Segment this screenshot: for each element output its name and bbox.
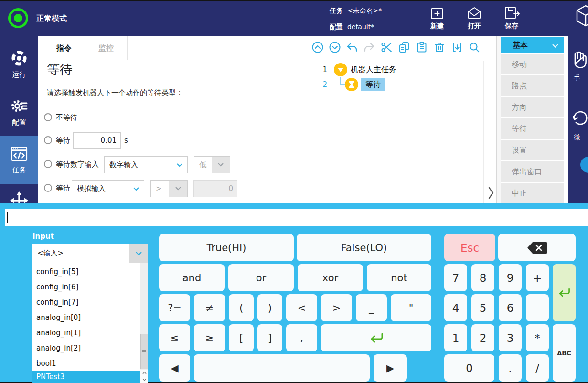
scroll-down-button[interactable] [140, 376, 148, 383]
list-item[interactable]: config_in[7] [32, 295, 140, 310]
key-greater-than[interactable]: > [321, 294, 352, 321]
search-icon[interactable] [468, 41, 481, 53]
command-item-waypoint[interactable]: 路点 [501, 75, 564, 96]
key-0[interactable]: 0 [444, 354, 494, 382]
key-enter[interactable] [553, 264, 576, 321]
analog-input-dropdown[interactable]: 模拟输入 [72, 180, 144, 197]
key-not-equal[interactable]: ≠ [194, 294, 225, 321]
radio-wait-analog[interactable] [44, 184, 52, 192]
key-cursor-left[interactable]: ◀ [159, 354, 190, 382]
key-left-bracket[interactable]: [ [229, 324, 254, 351]
key-space[interactable] [194, 354, 370, 382]
rotate-icon[interactable] [571, 109, 588, 128]
key-less-than[interactable]: < [286, 294, 317, 321]
key-not[interactable]: not [367, 264, 431, 291]
digital-level-dropdown[interactable]: 低 [194, 156, 230, 173]
key-xor[interactable]: xor [298, 264, 363, 291]
undo-icon[interactable] [346, 41, 358, 53]
open-button[interactable]: 打开 [459, 5, 490, 34]
digital-input-dropdown[interactable]: 数字输入 [104, 156, 188, 173]
blue-circle-icon[interactable] [580, 157, 588, 173]
save-button[interactable]: 保存 [496, 5, 527, 34]
key-1[interactable]: 1 [444, 324, 467, 351]
list-item[interactable]: config_in[6] [32, 279, 140, 295]
key-backspace[interactable] [498, 234, 576, 261]
sidebar-item-config[interactable]: 配置 [0, 88, 38, 136]
key-true-hi[interactable]: True(HI) [159, 234, 294, 261]
expand-down-icon[interactable] [329, 41, 341, 53]
input-select-dropdown[interactable]: <输入> [32, 244, 148, 263]
command-item-popup[interactable]: 弹出窗口 [501, 161, 564, 182]
command-category-dropdown[interactable]: 基本 [501, 37, 564, 53]
wait-hourglass-icon[interactable] [345, 78, 358, 91]
key-left-paren[interactable]: ( [229, 294, 254, 321]
tree-scrollbar[interactable] [483, 61, 484, 203]
key-return[interactable] [321, 324, 431, 351]
key-underscore[interactable]: _ [356, 294, 387, 321]
list-scrollbar[interactable] [140, 263, 148, 383]
expression-input[interactable] [5, 209, 588, 226]
key-3[interactable]: 3 [499, 324, 522, 351]
list-item[interactable]: analog_in[1] [32, 325, 140, 340]
sidebar-item-task[interactable]: 任务 [0, 136, 38, 184]
key-4[interactable]: 4 [444, 294, 467, 321]
cut-icon[interactable] [380, 41, 393, 53]
hand-icon[interactable] [571, 50, 588, 70]
analog-operator-dropdown[interactable]: > [150, 180, 188, 197]
key-greater-equal[interactable]: ≥ [194, 324, 225, 351]
key-7[interactable]: 7 [444, 264, 467, 291]
key-cursor-right[interactable]: ▶ [374, 354, 407, 382]
key-maybe-equals[interactable]: ?= [159, 294, 190, 321]
key-5[interactable]: 5 [471, 294, 494, 321]
key-quote[interactable]: " [391, 294, 431, 321]
list-item[interactable]: analog_in[0] [32, 310, 140, 325]
key-8[interactable]: 8 [471, 264, 494, 291]
delete-icon[interactable] [433, 41, 446, 53]
copy-icon[interactable] [398, 41, 410, 53]
command-item-direction[interactable]: 方向 [501, 97, 564, 117]
key-abc-mode[interactable]: ABC [553, 324, 576, 382]
tab-instruction[interactable]: 指令 [43, 36, 85, 60]
key-less-equal[interactable]: ≤ [159, 324, 190, 351]
tree-row-wait-selected[interactable]: 等待 [361, 78, 385, 91]
expand-panel-chevron-icon[interactable] [487, 186, 495, 200]
wait-seconds-input[interactable]: 0.01 [73, 132, 121, 149]
redo-icon[interactable] [363, 41, 375, 53]
list-item[interactable]: analog_in[2] [32, 340, 140, 356]
key-right-paren[interactable]: ) [257, 294, 282, 321]
key-comma[interactable]: , [286, 324, 317, 351]
list-item-selected[interactable]: PNTest3 [32, 371, 148, 383]
key-dot[interactable]: . [499, 354, 522, 382]
scrollbar-thumb[interactable] [140, 334, 148, 369]
cube-icon[interactable] [575, 4, 588, 28]
command-item-set[interactable]: 设置 [501, 140, 564, 160]
radio-wait-time[interactable] [44, 136, 52, 144]
key-2[interactable]: 2 [471, 324, 494, 351]
key-minus[interactable]: - [526, 294, 549, 321]
key-plus[interactable]: + [526, 264, 549, 291]
list-item[interactable]: bool1 [32, 356, 140, 371]
list-item[interactable]: config_in[5] [32, 264, 140, 279]
command-item-wait[interactable]: 等待 [501, 118, 564, 139]
radio-wait-digital[interactable] [44, 160, 52, 168]
command-item-move[interactable]: 移动 [501, 54, 564, 74]
paste-icon[interactable] [416, 41, 428, 53]
collapse-toggle-icon[interactable] [334, 63, 347, 76]
sidebar-item-run[interactable]: 运行 [0, 41, 38, 88]
key-slash[interactable]: / [526, 354, 549, 382]
key-and[interactable]: and [159, 264, 225, 291]
analog-value-input[interactable]: 0 [193, 180, 237, 197]
command-item-abort[interactable]: 中止 [501, 183, 564, 203]
collapse-up-icon[interactable] [311, 41, 324, 53]
tree-row-main-task[interactable]: 机器人主任务 [351, 63, 396, 76]
key-or[interactable]: or [228, 264, 294, 291]
radio-no-wait[interactable] [44, 113, 52, 121]
key-esc[interactable]: Esc [444, 234, 495, 261]
key-right-bracket[interactable]: ] [257, 324, 282, 351]
tab-monitor[interactable]: 监控 [85, 36, 128, 60]
key-9[interactable]: 9 [499, 264, 522, 291]
key-false-lo[interactable]: False(LO) [297, 234, 431, 261]
insert-icon[interactable] [451, 41, 463, 53]
key-star[interactable]: * [526, 324, 549, 351]
scroll-up-button[interactable] [140, 370, 148, 376]
